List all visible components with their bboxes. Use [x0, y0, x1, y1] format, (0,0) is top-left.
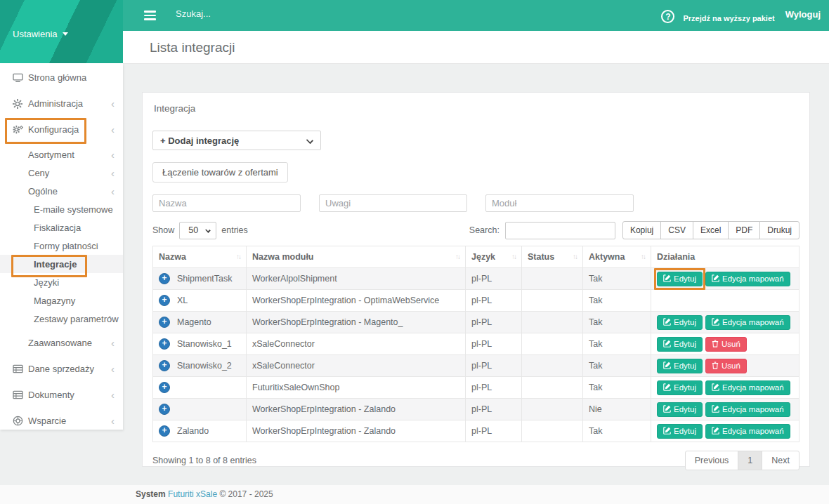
export-button-excel[interactable]: Excel [693, 221, 729, 239]
edit-mappings-button[interactable]: Edycja mapowań [705, 272, 790, 286]
delete-button[interactable]: Usuń [705, 359, 747, 373]
expand-row-icon[interactable]: + [159, 404, 170, 415]
help-icon[interactable]: ? [661, 10, 674, 23]
export-button-kopiuj[interactable]: Kopiuj [622, 221, 661, 239]
table-info: Showing 1 to 8 of 8 entries [152, 456, 256, 465]
sidebar-item-konfiguracja[interactable]: Konfiguracja‹ [0, 117, 123, 142]
row-name: Zalando [177, 426, 209, 436]
action-button-label: Edytuj [674, 427, 696, 435]
row-active: Tak [583, 355, 651, 377]
table-row: +WorkerShopErpIntegration - Zalandopl-PL… [153, 399, 799, 420]
column-header[interactable]: Nazwa modułu↑↓ [247, 246, 466, 268]
expand-row-icon[interactable]: + [159, 382, 170, 393]
row-lang: pl-PL [466, 377, 522, 399]
hamburger-menu-icon[interactable] [144, 11, 156, 22]
table-icon [13, 364, 28, 373]
sidebar-item-zaawansowane[interactable]: Zaawansowane‹ [0, 333, 123, 352]
expand-row-icon[interactable]: + [159, 360, 170, 371]
sidebar-item-fiskalizacja[interactable]: Fiskalizacja [0, 218, 123, 237]
sidebar-item-dokumenty[interactable]: Dokumenty‹ [0, 382, 123, 408]
filter-input-uwagi[interactable] [319, 194, 467, 212]
edit-mappings-button[interactable]: Edycja mapowań [705, 315, 790, 330]
sidebar-item-label: Konfiguracja [28, 124, 79, 135]
column-header[interactable]: Aktywna↑↓ [583, 246, 651, 268]
sidebar-item-wsparcie[interactable]: Wsparcie‹ [0, 408, 123, 434]
sidebar-item-magazyny[interactable]: Magazyny [0, 291, 123, 310]
action-button-label: Edytuj [674, 405, 696, 413]
edit-button[interactable]: Edytuj [657, 272, 703, 286]
add-integration-select[interactable]: + Dodaj integrację [152, 131, 321, 150]
edit-mappings-button[interactable]: Edycja mapowań [705, 402, 790, 417]
sidebar-item-label: Magazyny [34, 296, 75, 306]
filter-input-nazwa[interactable] [152, 194, 301, 212]
sidebar-item-formy-platnosci[interactable]: Formy płatności [0, 237, 123, 255]
column-header-label: Nazwa [159, 252, 186, 262]
logout-button[interactable]: Wyloguj [785, 9, 821, 20]
export-button-csv[interactable]: CSV [660, 221, 693, 239]
edit-button[interactable]: Edytuj [657, 359, 703, 373]
column-header-label: Status [528, 252, 554, 262]
row-active: Tak [583, 377, 651, 399]
table-row: +MagentoWorkerShopErpIntegration - Magen… [153, 312, 799, 333]
table-search-input[interactable] [505, 222, 615, 239]
export-button-drukuj[interactable]: Drukuj [759, 221, 799, 239]
edit-button[interactable]: Edytuj [657, 424, 703, 439]
sidebar-item-strona-glowna[interactable]: Strona główna [0, 65, 123, 91]
action-button-label: Edytuj [674, 362, 696, 370]
expand-row-icon[interactable]: + [159, 295, 170, 306]
delete-button[interactable]: Usuń [705, 337, 747, 352]
sidebar-item-ceny[interactable]: Ceny‹ [0, 164, 123, 182]
column-header[interactable]: Status↑↓ [522, 246, 583, 268]
sidebar-item-jezyki[interactable]: Języki [0, 273, 123, 291]
upgrade-package-link[interactable]: Przejdź na wyższy pakiet [683, 14, 774, 22]
expand-row-icon[interactable]: + [159, 273, 170, 284]
page-length-value: 50 [188, 225, 198, 235]
sidebar-item-integracje[interactable]: Integracje [0, 255, 123, 273]
link-products-offers-button[interactable]: Łączenie towarów z ofertami [152, 162, 288, 183]
footer-copyright: © 2017 - 2025 [219, 489, 273, 499]
row-actions: EdytujEdycja mapowań [657, 402, 793, 417]
expand-row-icon[interactable]: + [159, 317, 170, 328]
table-row: +FuturitixSaleOwnShoppl-PLTakEdytujEdycj… [153, 377, 799, 399]
page-length-select[interactable]: 50 [179, 222, 216, 239]
pagination-next-button[interactable]: Next [762, 451, 799, 470]
edit-icon [712, 274, 719, 284]
sidebar-item-label: Języki [34, 277, 59, 288]
integrations-table: Nazwa↑↓Nazwa modułu↑↓Język↑↓Status↑↓Akty… [152, 246, 799, 442]
sidebar-item-dane-sprzedazy[interactable]: Dane sprzedaży‹ [0, 356, 123, 382]
column-header[interactable]: Język↑↓ [466, 246, 522, 268]
edit-mappings-button[interactable]: Edycja mapowań [705, 424, 790, 439]
edit-button[interactable]: Edytuj [657, 315, 703, 330]
pagination-page-1-button[interactable]: 1 [738, 451, 762, 470]
sidebar-item-zestawy-parametrow[interactable]: Zestawy parametrów [0, 310, 123, 328]
action-button-label: Usuń [722, 362, 740, 370]
footer-brand-link[interactable]: Futuriti xSale [168, 489, 217, 499]
sidebar-item-asortyment[interactable]: Asortyment‹ [0, 145, 123, 164]
action-button-label: Edycja mapowań [722, 318, 784, 326]
expand-row-icon[interactable]: + [159, 338, 170, 350]
edit-button[interactable]: Edytuj [657, 337, 703, 352]
filter-input-modul[interactable] [485, 194, 634, 212]
table-footer: Showing 1 to 8 of 8 entries Previous 1 N… [152, 451, 799, 470]
row-active: Tak [583, 268, 651, 290]
edit-icon [663, 427, 671, 436]
row-lang: pl-PL [466, 420, 522, 442]
sidebar-item-ogolne[interactable]: Ogólne‹ [0, 182, 123, 200]
edit-mappings-button[interactable]: Edycja mapowań [705, 380, 790, 395]
edit-button[interactable]: Edytuj [657, 380, 703, 395]
chevron-left-icon: ‹ [111, 98, 115, 109]
export-button-pdf[interactable]: PDF [728, 221, 760, 239]
sidebar-item-emaile-systemowe[interactable]: E-maile systemowe [0, 200, 123, 218]
table-controls: Show 50 entries Search: KopiujCSVExcelPD… [152, 221, 799, 239]
edit-button[interactable]: Edytuj [657, 402, 703, 417]
sidebar-item-administracja[interactable]: Administracja‹ [0, 91, 123, 117]
row-module: WorkerShopErpIntegration - OptimaWebServ… [247, 290, 466, 312]
global-search-input[interactable] [176, 8, 288, 19]
row-active: Nie [583, 399, 651, 420]
column-header[interactable]: Nazwa↑↓ [153, 246, 247, 268]
expand-row-icon[interactable]: + [159, 425, 170, 437]
settings-dropdown[interactable]: Ustawienia [13, 29, 68, 39]
sort-icon: ↑↓ [455, 253, 459, 260]
pagination-previous-button[interactable]: Previous [685, 451, 739, 470]
row-name: Stanowisko_1 [177, 339, 232, 349]
